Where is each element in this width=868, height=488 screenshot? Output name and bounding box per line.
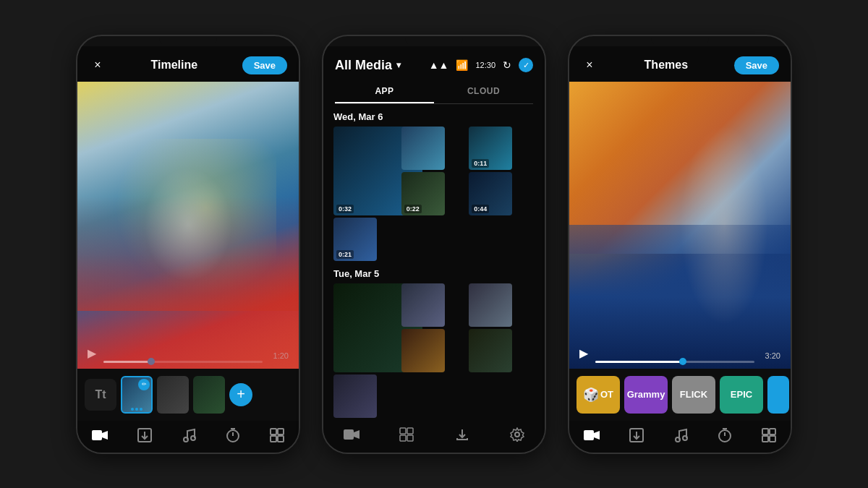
theme-loot-card[interactable]: 🎲 OT [576, 376, 620, 414]
surf-video-scene [569, 82, 791, 369]
toolbar-grid-icon[interactable] [399, 427, 414, 442]
toolbar-import-icon[interactable] [137, 428, 152, 442]
check-icon[interactable]: ✓ [519, 58, 533, 72]
timeline-title: Timeline [151, 59, 198, 72]
media-thumb-12[interactable] [333, 374, 377, 418]
svg-point-20 [515, 432, 519, 437]
toolbar-themes-music-icon[interactable] [673, 428, 688, 442]
svg-rect-17 [400, 435, 406, 441]
media-thumb-4[interactable]: 0:22 [401, 172, 445, 215]
media-thumb-11[interactable] [469, 329, 512, 372]
media-content: Wed, Mar 6 0:32 0:11 0:22 0:44 0:21 [323, 104, 545, 419]
toolbar-themes-import-icon[interactable] [629, 428, 644, 442]
add-clip-button[interactable]: + [229, 383, 252, 406]
media-thumb-10[interactable] [401, 329, 445, 372]
theme-epic-card[interactable]: EPIC [720, 376, 763, 414]
phone-notch-1 [159, 36, 217, 46]
media-grid-2 [333, 283, 535, 418]
dropdown-arrow-icon[interactable]: ▾ [396, 60, 401, 70]
progress-handle[interactable] [148, 358, 155, 365]
video-preview-area[interactable]: ▶ 1:20 [77, 82, 299, 369]
toolbar-video-icon[interactable] [92, 429, 108, 442]
duration-4: 0:22 [404, 205, 422, 213]
close-button[interactable]: × [89, 56, 106, 74]
media-thumb-3[interactable]: 0:11 [469, 127, 512, 170]
date-section-1: Wed, Mar 6 [333, 111, 535, 122]
theme-grammy-card[interactable]: Grammy [624, 376, 668, 414]
clip-thumb-active[interactable]: ✏ [121, 376, 153, 414]
duration-6: 0:21 [336, 250, 354, 259]
theme-flick-card[interactable]: FLICK [672, 376, 715, 414]
media-thumb-2[interactable] [401, 127, 445, 170]
status-icons: ▲▲ 📶 12:30 ↻ ✓ [429, 58, 533, 72]
toolbar-video-icon-2[interactable] [344, 428, 359, 441]
themes-progress-handle[interactable] [679, 358, 686, 365]
phone-themes: × Themes Save ▶ 3:20 🎲 OT [568, 35, 792, 454]
themes-strip: 🎲 OT Grammy FLICK EPIC [569, 369, 791, 421]
toolbar-timer-icon[interactable] [226, 428, 240, 442]
svg-rect-10 [278, 429, 284, 435]
media-thumb-8[interactable] [401, 283, 445, 327]
loot-label: OT [600, 389, 613, 400]
clip-thumb-3[interactable] [193, 376, 225, 414]
media-thumb-9[interactable] [469, 283, 512, 327]
media-thumb-5[interactable]: 0:44 [469, 172, 512, 215]
themes-progress-bar[interactable] [595, 361, 754, 363]
toolbar-themes-timer-icon[interactable] [718, 428, 732, 442]
time-display: 12:30 [475, 61, 495, 69]
save-button[interactable]: Save [242, 56, 287, 74]
svg-point-25 [676, 437, 680, 442]
duration-3: 0:11 [472, 159, 489, 168]
bottom-toolbar-1 [77, 421, 299, 453]
timeline-header: × Timeline Save [77, 46, 299, 82]
themes-video-duration: 3:20 [765, 351, 780, 360]
svg-rect-9 [271, 429, 276, 435]
themes-progress-fill [595, 361, 683, 363]
media-thumb-6[interactable]: 0:21 [333, 218, 377, 261]
edit-icon: ✏ [138, 379, 150, 390]
tab-cloud[interactable]: CLOUD [434, 80, 533, 103]
duration-5: 0:44 [472, 205, 489, 213]
text-tool-button[interactable]: Tt [85, 379, 116, 411]
svg-rect-12 [278, 436, 284, 442]
svg-point-4 [184, 437, 188, 442]
clip-dots [131, 408, 142, 411]
tab-app[interactable]: APP [335, 80, 434, 103]
svg-rect-0 [92, 430, 102, 440]
toolbar-download-icon[interactable] [454, 427, 470, 442]
themes-close-button[interactable]: × [581, 56, 598, 74]
media-grid-1: 0:32 0:11 0:22 0:44 0:21 [333, 127, 535, 261]
svg-point-26 [683, 436, 687, 440]
toolbar-music-icon[interactable] [182, 428, 196, 442]
svg-rect-32 [762, 436, 768, 442]
bottom-toolbar-2 [323, 419, 545, 453]
progress-bar[interactable] [103, 361, 263, 363]
toolbar-layout-icon[interactable] [270, 428, 284, 442]
video-duration: 1:20 [273, 351, 289, 360]
svg-rect-21 [584, 430, 594, 440]
svg-rect-13 [344, 429, 354, 440]
play-button[interactable]: ▶ [88, 346, 96, 360]
svg-marker-22 [594, 431, 600, 440]
clip-thumb-2[interactable] [157, 376, 189, 414]
media-title: All Media ▾ [335, 58, 401, 73]
wifi-icon: 📶 [456, 59, 468, 71]
duration-1: 0:32 [336, 205, 354, 213]
toolbar-settings-icon[interactable] [510, 427, 524, 442]
themes-video-preview[interactable]: ▶ 3:20 [569, 82, 791, 369]
phone-timeline: × Timeline Save ▶ 1:20 Tt ✏ [76, 35, 300, 454]
media-header: All Media ▾ ▲▲ 📶 12:30 ↻ ✓ APP CLOUD [323, 46, 545, 104]
theme-blue-card[interactable] [767, 376, 789, 414]
themes-play-button[interactable]: ▶ [579, 346, 588, 360]
refresh-icon[interactable]: ↻ [503, 59, 511, 71]
svg-point-5 [191, 436, 195, 440]
svg-marker-1 [102, 431, 108, 440]
timeline-strip: Tt ✏ + [77, 369, 299, 421]
toolbar-themes-video-icon[interactable] [584, 429, 600, 442]
themes-save-button[interactable]: Save [734, 56, 779, 74]
flick-label: FLICK [680, 389, 707, 400]
toolbar-themes-layout-icon[interactable] [762, 428, 776, 442]
phones-container: × Timeline Save ▶ 1:20 Tt ✏ [0, 0, 868, 488]
svg-rect-31 [770, 429, 775, 435]
svg-rect-30 [762, 429, 768, 435]
